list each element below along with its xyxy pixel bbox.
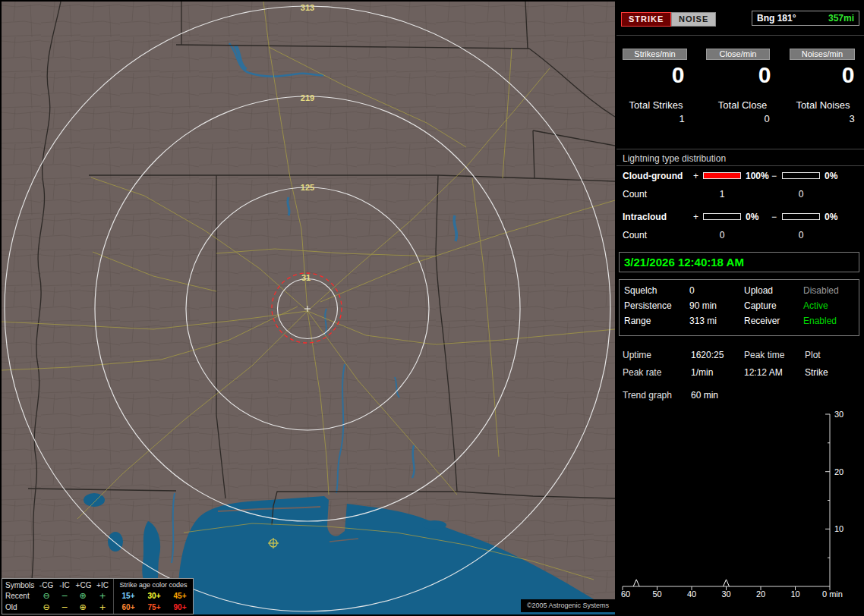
legend-col-pos-ic: +IC xyxy=(93,581,112,589)
ic-count-label: Count xyxy=(623,230,647,240)
legend-old-label: Old xyxy=(5,603,17,611)
trend-spikes xyxy=(633,580,729,586)
neg-ic-old-icon: − xyxy=(55,603,74,611)
age-60: 60+ xyxy=(116,603,140,611)
plus-sign: + xyxy=(693,171,698,181)
noises-per-min-value: 0 xyxy=(833,64,863,86)
squelch-label: Squelch xyxy=(624,285,657,296)
ic-minus-bar xyxy=(782,213,820,220)
range-value: 313 mi xyxy=(689,316,717,326)
map-legend: Symbols -CG -IC +CG +IC Strike age color… xyxy=(2,578,194,614)
ic-minus-count: 0 xyxy=(782,230,820,240)
strikes-per-min-value: 0 xyxy=(663,64,693,86)
x-tick-50: 50 xyxy=(652,589,661,599)
range-label: Range xyxy=(624,316,651,326)
ic-plus-bar xyxy=(703,213,741,220)
strike-button[interactable]: STRIKE xyxy=(621,12,671,27)
trend-graph: 30 20 10 60 50 40 30 20 10 0 min xyxy=(619,408,862,610)
cg-plus-pct: 100% xyxy=(746,171,769,181)
x-tick-40: 40 xyxy=(687,589,696,599)
total-close-label: Total Close xyxy=(705,99,780,111)
legend-symbols-header: Symbols xyxy=(5,581,34,589)
receiver-label: Receiver xyxy=(744,316,780,326)
cg-minus-count: 0 xyxy=(782,189,820,200)
x-tick-0min: 0 min xyxy=(822,589,843,599)
close-per-min-box[interactable]: Close/min xyxy=(706,49,770,60)
legend-divider xyxy=(113,579,114,614)
lightning-map[interactable]: 313 219 125 31 xyxy=(2,2,615,614)
status-panel: STRIKE NOISE Bng 181° 357mi Strikes/min … xyxy=(616,0,864,616)
persistence-value: 90 min xyxy=(689,300,717,311)
peak-rate-label: Peak rate xyxy=(623,367,661,378)
strikes-per-min-box[interactable]: Strikes/min xyxy=(623,49,687,60)
y-tick-10: 10 xyxy=(834,524,844,533)
pos-ic-old-icon: + xyxy=(93,603,112,611)
x-tick-30: 30 xyxy=(721,589,730,599)
copyright-notice: ©2005 Astrogenic Systems xyxy=(521,599,615,612)
capture-status: Active xyxy=(803,300,828,311)
age-45: 45+ xyxy=(168,592,192,600)
ic-plus-count: 0 xyxy=(703,230,741,240)
cg-plus-bar xyxy=(703,172,741,179)
app-window: 313 219 125 31 Symbols -CG -IC +CG +IC S… xyxy=(0,0,864,616)
distribution-title: Lightning type distribution xyxy=(623,153,726,164)
neg-cg-recent-icon: ⊖ xyxy=(37,592,55,600)
close-per-min-value: 0 xyxy=(749,64,780,86)
datetime-value: 3/21/2026 12:40:18 AM xyxy=(620,253,859,272)
cg-plus-count: 1 xyxy=(703,189,741,200)
divider xyxy=(616,149,864,149)
bearing-label: Bng 181° xyxy=(757,13,796,24)
age-75: 75+ xyxy=(142,603,166,611)
noise-button[interactable]: NOISE xyxy=(671,12,716,27)
legend-col-neg-cg: -CG xyxy=(37,581,55,589)
total-close-value: 0 xyxy=(752,113,782,124)
upload-label: Upload xyxy=(744,285,773,296)
neg-ic-recent-icon: − xyxy=(55,592,74,600)
squelch-value: 0 xyxy=(689,285,695,296)
minus-sign: − xyxy=(771,212,777,222)
total-strikes-label: Total Strikes xyxy=(618,99,694,111)
legend-col-pos-cg: +CG xyxy=(74,581,93,589)
divider xyxy=(616,35,864,36)
cg-minus-pct: 0% xyxy=(825,171,837,181)
x-tick-60: 60 xyxy=(621,589,630,599)
total-strikes-value: 1 xyxy=(667,113,697,124)
trend-axes xyxy=(623,414,830,590)
ring-label-125: 125 xyxy=(301,183,314,192)
peak-time-label: Peak time xyxy=(744,350,784,360)
bearing-display: Bng 181° 357mi xyxy=(752,11,859,26)
datetime-box: 3/21/2026 12:40:18 AM xyxy=(619,252,859,272)
peak-rate-value: 1/min xyxy=(691,367,713,378)
cg-plus-bar-fill xyxy=(704,173,740,178)
legend-age-header: Strike age color codes xyxy=(115,581,192,589)
total-noises-label: Total Noises xyxy=(784,99,862,111)
neg-cg-old-icon: ⊖ xyxy=(37,603,55,611)
intracloud-label: Intracloud xyxy=(623,212,667,222)
uptime-value: 1620:25 xyxy=(691,350,724,360)
y-tick-20: 20 xyxy=(834,467,844,476)
cloud-ground-label: Cloud-ground xyxy=(623,171,683,181)
ic-minus-pct: 0% xyxy=(825,212,837,222)
capture-label: Capture xyxy=(744,300,777,311)
age-90: 90+ xyxy=(168,603,192,611)
ic-plus-pct: 0% xyxy=(746,212,758,222)
age-30: 30+ xyxy=(142,592,166,600)
ring-label-313: 313 xyxy=(301,3,314,12)
receiver-status: Enabled xyxy=(803,316,837,326)
pos-ic-recent-icon: + xyxy=(93,592,112,600)
noises-per-min-box[interactable]: Noises/min xyxy=(790,49,855,60)
pos-cg-old-icon: ⊕ xyxy=(74,603,92,611)
age-15: 15+ xyxy=(116,592,140,600)
cg-count-label: Count xyxy=(623,189,647,200)
cg-minus-bar xyxy=(782,172,820,179)
plus-sign: + xyxy=(693,212,698,222)
plot-value: Strike xyxy=(805,367,828,378)
upload-status: Disabled xyxy=(803,285,839,296)
trend-graph-value: 60 min xyxy=(691,390,718,401)
uptime-label: Uptime xyxy=(623,350,651,360)
minus-sign: − xyxy=(771,171,777,181)
ring-label-31: 31 xyxy=(301,273,311,282)
pos-cg-recent-icon: ⊕ xyxy=(74,592,92,600)
divider xyxy=(616,165,864,166)
peak-time-value: 12:12 AM xyxy=(744,367,783,378)
